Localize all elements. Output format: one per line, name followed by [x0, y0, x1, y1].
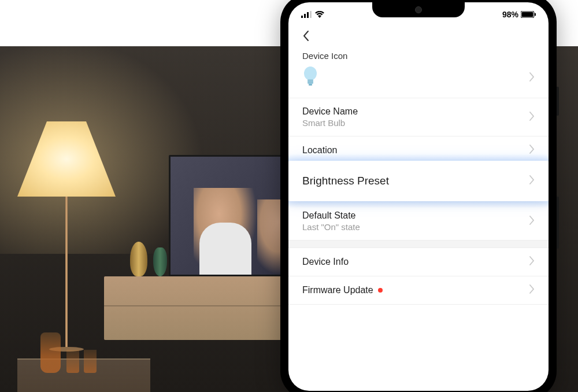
- phone-notch: [372, 2, 465, 17]
- svg-rect-1: [304, 14, 306, 18]
- device-name-value: Smart Bulb: [302, 118, 529, 128]
- default-state-label: Default State: [302, 210, 529, 221]
- row-device-name[interactable]: Device Name Smart Bulb: [288, 98, 549, 136]
- wifi-icon: [315, 11, 324, 18]
- row-device-info[interactable]: Device Info: [288, 248, 549, 276]
- svg-rect-5: [522, 12, 533, 17]
- brightness-preset-label: Brightness Preset: [302, 175, 389, 187]
- chevron-right-icon: [529, 112, 535, 123]
- chevron-right-icon: [529, 145, 535, 156]
- svg-rect-0: [301, 16, 303, 18]
- chevron-left-icon: [302, 30, 309, 42]
- battery-percent: 98%: [502, 10, 518, 19]
- bulb-icon: [302, 66, 318, 87]
- svg-rect-2: [307, 12, 309, 18]
- chevron-right-icon: [529, 175, 535, 187]
- section-divider: [288, 240, 549, 248]
- device-name-label: Device Name: [302, 106, 529, 117]
- device-icon-label: Device Icon: [288, 49, 549, 64]
- back-button[interactable]: [298, 28, 314, 44]
- signal-icon: [301, 11, 312, 18]
- settings-list: Device Icon Device Name Smart Bulb: [288, 49, 549, 391]
- update-indicator-dot: [378, 288, 383, 293]
- nav-bar: [288, 23, 549, 49]
- chevron-right-icon: [529, 72, 535, 84]
- row-brightness-preset[interactable]: Brightness Preset: [288, 161, 549, 201]
- row-default-state[interactable]: Default State Last "On" state: [288, 200, 549, 240]
- svg-rect-11: [309, 84, 312, 86]
- device-info-label: Device Info: [302, 257, 529, 267]
- location-label: Location: [302, 145, 529, 156]
- chevron-right-icon: [529, 284, 535, 296]
- chevron-right-icon: [529, 216, 535, 227]
- chevron-right-icon: [529, 256, 535, 268]
- svg-rect-8: [307, 79, 313, 84]
- svg-rect-3: [310, 11, 312, 18]
- row-device-icon[interactable]: [288, 64, 549, 98]
- battery-icon: [521, 11, 536, 18]
- row-location[interactable]: Location: [288, 136, 549, 162]
- phone-frame: 98% Device Icon: [280, 0, 557, 392]
- phone-screen: 98% Device Icon: [288, 2, 549, 391]
- svg-rect-6: [535, 13, 536, 16]
- firmware-update-label: Firmware Update: [302, 285, 373, 295]
- svg-point-7: [304, 66, 317, 80]
- row-firmware-update[interactable]: Firmware Update: [288, 276, 549, 305]
- floor-lamp: [17, 121, 116, 364]
- default-state-value: Last "On" state: [302, 222, 529, 232]
